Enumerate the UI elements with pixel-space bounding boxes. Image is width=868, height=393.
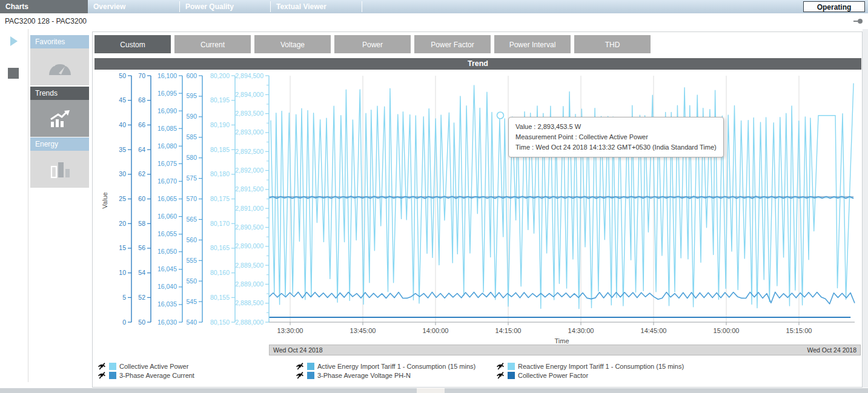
legend-item[interactable]: 3-Phase Average Current bbox=[98, 371, 194, 379]
trends-body[interactable] bbox=[30, 100, 89, 137]
tab-thd[interactable]: THD bbox=[574, 35, 651, 53]
tab-power-quality[interactable]: Power Quality bbox=[180, 0, 270, 13]
svg-text:2,890,000: 2,890,000 bbox=[235, 242, 263, 249]
legend-label: 3-Phase Average Current bbox=[119, 372, 194, 379]
svg-text:66: 66 bbox=[138, 121, 145, 128]
legend-swatch bbox=[109, 363, 116, 370]
tab-power-interval[interactable]: Power Interval bbox=[494, 35, 571, 53]
svg-text:560: 560 bbox=[186, 236, 197, 243]
svg-text:25: 25 bbox=[119, 195, 126, 202]
visibility-eye-icon[interactable] bbox=[296, 362, 304, 370]
tab-divider bbox=[362, 1, 362, 12]
datapoint-tooltip: Value : 2,893,453.5 W Measurement Point … bbox=[508, 117, 724, 157]
legend-item[interactable]: Collective Power Factor bbox=[496, 371, 588, 379]
svg-text:80,185: 80,185 bbox=[210, 146, 230, 153]
svg-text:35: 35 bbox=[119, 146, 126, 153]
tab-power[interactable]: Power bbox=[334, 35, 411, 53]
svg-text:56: 56 bbox=[138, 244, 145, 251]
trend-icon bbox=[46, 108, 74, 129]
legend-swatch bbox=[508, 363, 515, 370]
gauge-icon bbox=[46, 57, 74, 78]
svg-text:2,894,500: 2,894,500 bbox=[235, 72, 263, 79]
svg-text:50: 50 bbox=[138, 319, 145, 326]
svg-text:545: 545 bbox=[186, 298, 197, 305]
svg-text:2,892,500: 2,892,500 bbox=[235, 148, 263, 155]
sidebar-item-energy[interactable]: Energy bbox=[30, 137, 89, 188]
legend-swatch bbox=[307, 372, 314, 379]
powermanager-window: Charts Overview Power Quality Textual Vi… bbox=[0, 0, 868, 393]
svg-text:80,180: 80,180 bbox=[210, 170, 230, 177]
tab-overview[interactable]: Overview bbox=[88, 0, 179, 13]
svg-text:16,030: 16,030 bbox=[157, 319, 177, 326]
visibility-eye-icon[interactable] bbox=[496, 362, 505, 370]
svg-text:45: 45 bbox=[119, 96, 126, 104]
tab-custom[interactable]: Custom bbox=[94, 35, 171, 53]
legend-item[interactable]: 3-Phase Average Voltage PH-N bbox=[296, 371, 411, 379]
visibility-eye-icon[interactable] bbox=[98, 371, 106, 379]
svg-text:550: 550 bbox=[186, 277, 197, 285]
legend-swatch bbox=[508, 372, 515, 379]
svg-text:16,085: 16,085 bbox=[157, 125, 177, 132]
tab-power-factor[interactable]: Power Factor bbox=[414, 35, 491, 53]
tooltip-measurement-point: Measurement Point : Collective Active Po… bbox=[515, 132, 717, 142]
visibility-eye-icon[interactable] bbox=[496, 371, 505, 379]
svg-text:80,155: 80,155 bbox=[210, 294, 230, 301]
horizontal-scrollbar[interactable] bbox=[0, 388, 868, 393]
favorites-body[interactable] bbox=[30, 48, 89, 85]
tab-voltage[interactable]: Voltage bbox=[254, 35, 331, 53]
svg-text:14:15:00: 14:15:00 bbox=[495, 327, 522, 334]
energy-body[interactable] bbox=[30, 151, 89, 188]
trend-chart[interactable]: 0510152025303540455050525456586062646668… bbox=[94, 69, 861, 384]
svg-text:64: 64 bbox=[138, 146, 145, 153]
svg-text:20: 20 bbox=[119, 220, 126, 227]
bar-chart-icon bbox=[46, 159, 74, 180]
svg-text:14:00:00: 14:00:00 bbox=[423, 327, 449, 334]
scrollbar-thumb[interactable] bbox=[417, 388, 445, 393]
operating-mode-button[interactable]: Operating bbox=[803, 1, 865, 12]
svg-text:80,175: 80,175 bbox=[210, 195, 230, 202]
tooltip-time: Time : Wed Oct 24 2018 14:13:32 GMT+0530… bbox=[515, 142, 717, 153]
legend-swatch bbox=[307, 363, 314, 370]
legend-item[interactable]: Reactive Energy Import Tariff 1 - Consum… bbox=[496, 362, 684, 370]
legend-item[interactable]: Active Energy Import Tariff 1 - Consumpt… bbox=[296, 362, 475, 370]
chart-type-toolbar: Custom Current Voltage Power Power Facto… bbox=[94, 35, 651, 53]
svg-text:2,891,500: 2,891,500 bbox=[235, 185, 263, 193]
sidebar-item-favorites[interactable]: Favorites bbox=[30, 35, 89, 85]
visibility-eye-icon[interactable] bbox=[296, 371, 304, 379]
legend-swatch bbox=[109, 372, 116, 379]
legend-label: Collective Power Factor bbox=[518, 372, 588, 379]
svg-text:540: 540 bbox=[186, 319, 197, 326]
favorites-label: Favorites bbox=[30, 35, 89, 48]
date-left: Wed Oct 24 2018 bbox=[273, 346, 323, 354]
svg-text:80,165: 80,165 bbox=[210, 244, 230, 251]
sidebar-item-trends[interactable]: Trends bbox=[30, 87, 89, 137]
svg-text:15: 15 bbox=[119, 244, 126, 251]
tab-current[interactable]: Current bbox=[174, 35, 251, 53]
svg-text:2,890,500: 2,890,500 bbox=[235, 223, 263, 231]
pin-icon[interactable] bbox=[853, 18, 863, 24]
chart-title: Trend bbox=[94, 58, 861, 70]
svg-text:62: 62 bbox=[138, 170, 145, 177]
svg-text:15:00:00: 15:00:00 bbox=[714, 327, 740, 334]
tab-textual-viewer[interactable]: Textual Viewer bbox=[271, 0, 361, 13]
svg-text:555: 555 bbox=[186, 257, 197, 264]
date-range-bar[interactable]: Wed Oct 24 2018 Wed Oct 24 2018 bbox=[269, 345, 861, 355]
svg-text:2,893,000: 2,893,000 bbox=[235, 128, 263, 136]
tab-charts[interactable]: Charts bbox=[0, 0, 88, 13]
svg-text:0: 0 bbox=[122, 319, 126, 326]
svg-text:80,170: 80,170 bbox=[210, 220, 230, 227]
svg-text:16,095: 16,095 bbox=[157, 90, 177, 97]
visibility-eye-icon[interactable] bbox=[98, 362, 106, 370]
svg-text:16,090: 16,090 bbox=[157, 107, 177, 114]
svg-text:80,190: 80,190 bbox=[210, 121, 230, 128]
collapse-strip bbox=[0, 29, 28, 382]
collapsed-panel-icon[interactable] bbox=[8, 68, 19, 79]
energy-label: Energy bbox=[30, 137, 89, 151]
svg-text:13:30:00: 13:30:00 bbox=[277, 327, 303, 334]
expand-arrow-icon[interactable] bbox=[10, 36, 18, 46]
breadcrumb-row: PAC3200 128 - PAC3200 bbox=[0, 13, 868, 29]
legend-item[interactable]: Collective Active Power bbox=[98, 362, 188, 370]
svg-text:5: 5 bbox=[122, 294, 126, 301]
svg-text:2,892,000: 2,892,000 bbox=[235, 167, 263, 174]
svg-text:58: 58 bbox=[138, 220, 145, 227]
